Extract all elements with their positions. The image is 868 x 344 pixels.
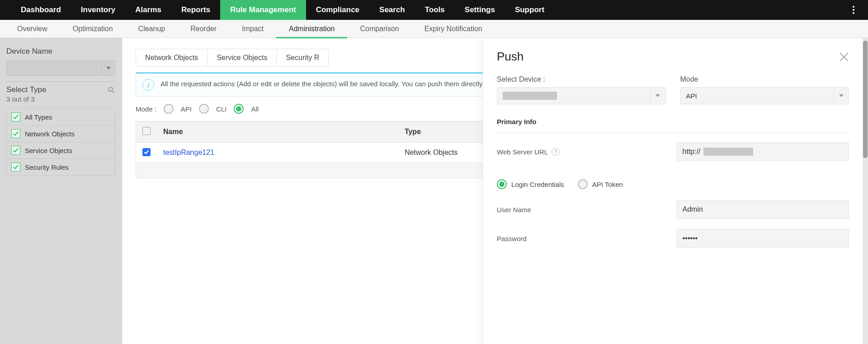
svg-point-0 xyxy=(108,87,113,91)
type-label: Security Rules xyxy=(25,163,69,171)
mode-radio-api[interactable] xyxy=(164,104,174,114)
web-url-prefix: http:// xyxy=(683,148,701,156)
scrollbar-thumb[interactable] xyxy=(863,41,868,158)
info-icon: i xyxy=(142,79,154,91)
mode-option-api: API xyxy=(181,105,192,113)
tab-service-objects[interactable]: Service Objects xyxy=(208,49,277,66)
auth-option-login: Login Credentials xyxy=(511,181,564,188)
nav-rule-management[interactable]: Rule Management xyxy=(220,0,306,20)
subnav-administration[interactable]: Administration xyxy=(276,20,347,38)
auth-radio-token[interactable] xyxy=(578,179,588,189)
mode-radio-cli[interactable] xyxy=(199,104,209,114)
select-device-value xyxy=(503,92,557,100)
sidebar: Device Name Select Type 3 out of 3 All T… xyxy=(0,38,122,344)
type-row-security[interactable]: Security Rules xyxy=(7,159,115,175)
subnav-reorder[interactable]: Reorder xyxy=(178,20,229,38)
row-type: Network Objects xyxy=(405,149,458,156)
search-icon[interactable] xyxy=(107,86,115,94)
device-select-caret-icon[interactable] xyxy=(102,60,115,76)
web-url-input[interactable]: http:// xyxy=(677,142,849,161)
mode-dropdown[interactable]: API xyxy=(680,87,849,104)
type-count: 3 out of 3 xyxy=(6,95,115,103)
type-list: All Types Network Objects Service Object… xyxy=(6,108,115,176)
username-input[interactable] xyxy=(677,200,849,219)
row-checkbox[interactable] xyxy=(142,148,151,156)
subnav-expiry-notification[interactable]: Expiry Notification xyxy=(412,20,495,38)
subnav-comparison[interactable]: Comparison xyxy=(347,20,411,38)
check-icon xyxy=(11,112,20,121)
chevron-down-icon xyxy=(833,88,849,104)
scrollbar[interactable] xyxy=(863,38,868,344)
nav-tools[interactable]: Tools xyxy=(415,0,455,20)
select-device-label: Select Device : xyxy=(497,75,666,84)
subnav-optimization[interactable]: Optimization xyxy=(60,20,126,38)
web-url-masked xyxy=(703,148,753,156)
select-all-checkbox[interactable] xyxy=(142,127,151,135)
select-type-label: Select Type xyxy=(6,85,47,94)
nav-compliance[interactable]: Compliance xyxy=(306,0,369,20)
check-icon xyxy=(11,163,20,172)
row-name-link[interactable]: testIpRange121 xyxy=(163,149,214,156)
mode-radio-all[interactable] xyxy=(234,104,244,114)
password-input[interactable] xyxy=(677,229,849,248)
nav-dashboard[interactable]: Dashboard xyxy=(11,0,71,20)
device-select-field[interactable] xyxy=(6,60,102,76)
object-tabs: Network Objects Service Objects Security… xyxy=(136,49,329,67)
check-icon xyxy=(11,129,20,138)
mode-value: API xyxy=(686,92,697,100)
select-device-dropdown[interactable] xyxy=(497,87,666,104)
type-label: Service Objects xyxy=(25,147,72,154)
nav-reports[interactable]: Reports xyxy=(171,0,220,20)
close-icon[interactable] xyxy=(839,52,849,62)
top-nav: Dashboard Inventory Alarms Reports Rule … xyxy=(0,0,868,20)
panel-title: Push xyxy=(497,50,524,64)
overflow-menu-icon[interactable] xyxy=(848,5,859,15)
primary-info-title: Primary Info xyxy=(497,118,849,126)
device-name-label: Device Name xyxy=(6,47,115,56)
web-url-label: Web Server URL xyxy=(497,148,548,156)
password-label: Password xyxy=(497,235,527,242)
push-panel: Push Select Device : Mode xyxy=(483,38,863,344)
type-row-network[interactable]: Network Objects xyxy=(7,126,115,142)
mode-option-cli: CLI xyxy=(216,105,226,113)
nav-settings[interactable]: Settings xyxy=(455,0,505,20)
subnav-overview[interactable]: Overview xyxy=(5,20,60,38)
nav-alarms[interactable]: Alarms xyxy=(125,0,171,20)
mode-label: Mode : xyxy=(136,105,156,113)
type-row-all[interactable]: All Types xyxy=(7,109,115,126)
type-row-service[interactable]: Service Objects xyxy=(7,142,115,159)
auth-radio-login[interactable] xyxy=(497,179,507,189)
check-icon xyxy=(11,146,20,155)
nav-support[interactable]: Support xyxy=(505,0,554,20)
subnav-impact[interactable]: Impact xyxy=(229,20,276,38)
mode-label: Mode xyxy=(680,75,849,84)
col-name: Name xyxy=(157,121,398,143)
help-icon[interactable]: ? xyxy=(552,148,560,156)
nav-inventory[interactable]: Inventory xyxy=(71,0,126,20)
subnav-cleanup[interactable]: Cleanup xyxy=(126,20,178,38)
sub-nav: Overview Optimization Cleanup Reorder Im… xyxy=(0,20,868,38)
type-label: All Types xyxy=(25,113,52,121)
nav-search[interactable]: Search xyxy=(369,0,415,20)
type-label: Network Objects xyxy=(25,130,75,138)
main-content: Network Objects Service Objects Security… xyxy=(122,38,868,344)
auth-option-token: API Token xyxy=(592,181,623,188)
mode-option-all: All xyxy=(251,105,259,113)
device-select[interactable] xyxy=(6,60,115,76)
chevron-down-icon xyxy=(650,88,665,104)
username-label: User Name xyxy=(497,206,531,214)
tab-network-objects[interactable]: Network Objects xyxy=(136,49,208,66)
tab-security-rules[interactable]: Security R xyxy=(277,49,328,66)
svg-line-1 xyxy=(112,91,114,93)
auth-method: Login Credentials API Token xyxy=(497,179,849,189)
